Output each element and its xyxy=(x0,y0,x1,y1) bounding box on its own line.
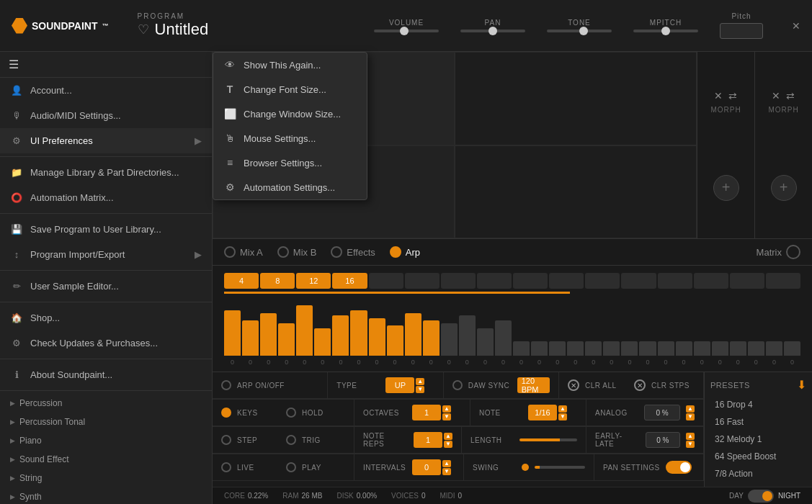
octaves-up[interactable]: ▲ xyxy=(442,405,451,413)
octaves-down[interactable]: ▼ xyxy=(442,413,451,420)
swing-slider[interactable] xyxy=(535,466,585,469)
step-label-inactive-3[interactable] xyxy=(441,273,476,289)
arp-bar-3[interactable] xyxy=(260,313,277,356)
arp-bar-17[interactable] xyxy=(513,341,530,356)
sidebar-item-ui-preferences[interactable]: ⚙ UI Preferences ▶ xyxy=(0,128,212,153)
pan-settings-toggle[interactable] xyxy=(666,461,692,474)
arp-bar-11[interactable] xyxy=(405,313,421,356)
intervals-up[interactable]: ▲ xyxy=(442,460,451,467)
mpitch-slider[interactable] xyxy=(633,30,698,32)
arp-bar-23[interactable] xyxy=(621,341,638,356)
early-late-up[interactable]: ▲ xyxy=(686,433,695,440)
step-label-4[interactable]: 4 xyxy=(224,273,259,289)
length-slider[interactable] xyxy=(519,438,577,441)
preset-32-melody-1[interactable]: 32 Melody 1 xyxy=(710,432,806,446)
intervals-down[interactable]: ▼ xyxy=(442,468,451,475)
step-label-inactive-6[interactable] xyxy=(549,273,584,289)
step-label-inactive-5[interactable] xyxy=(513,273,548,289)
arp-bar-19[interactable] xyxy=(549,341,566,356)
ctx-change-window-size[interactable]: ⬜ Change Window Size... xyxy=(213,102,367,126)
sidebar-cat-sound-effect[interactable]: ▶ Sound Effect xyxy=(0,450,212,469)
close-button[interactable]: ✕ xyxy=(792,20,800,32)
step-label-inactive-12[interactable] xyxy=(766,273,800,289)
sidebar-item-check-updates[interactable]: ⚙ Check Updates & Purchases... xyxy=(0,330,212,356)
arp-bar-5[interactable] xyxy=(296,305,313,356)
note-down[interactable]: ▼ xyxy=(558,413,567,420)
arp-bar-26[interactable] xyxy=(676,341,692,356)
sidebar-cat-synth[interactable]: ▶ Synth xyxy=(0,487,212,504)
keys-radio[interactable] xyxy=(221,408,231,418)
step-radio[interactable] xyxy=(221,435,231,445)
ctx-mouse-settings[interactable]: 🖱 Mouse Settings... xyxy=(213,126,367,150)
step-label-inactive-1[interactable] xyxy=(369,273,403,289)
analog-up[interactable]: ▲ xyxy=(686,405,695,413)
tone-slider[interactable] xyxy=(547,30,612,32)
preset-download-icon[interactable]: ⬇ xyxy=(797,378,806,392)
ctx-automation-settings[interactable]: ⚙ Automation Settings... xyxy=(213,175,367,199)
step-label-inactive-7[interactable] xyxy=(585,273,620,289)
preset-64-speed-boost[interactable]: 64 Speed Boost xyxy=(710,449,806,464)
step-label-16[interactable]: 16 xyxy=(332,273,367,289)
arp-bar-7[interactable] xyxy=(332,315,349,356)
note-reps-down[interactable]: ▼ xyxy=(444,441,452,448)
pan-slider[interactable] xyxy=(460,30,525,32)
analog-down[interactable]: ▼ xyxy=(686,413,695,420)
arp-bar-14[interactable] xyxy=(459,315,476,356)
ctx-browser-settings[interactable]: ≡ Browser Settings... xyxy=(213,150,367,175)
step-label-inactive-11[interactable] xyxy=(730,273,764,289)
arp-bar-1[interactable] xyxy=(224,310,241,356)
sidebar-item-automation-matrix[interactable]: ⭕ Automation Matrix... xyxy=(0,185,212,210)
arp-bar-24[interactable] xyxy=(639,341,656,356)
play-radio[interactable] xyxy=(286,462,296,472)
bpm-box[interactable]: 120 BPM xyxy=(517,377,550,393)
arp-bar-22[interactable] xyxy=(603,341,620,356)
arp-bar-18[interactable] xyxy=(531,341,548,356)
hamburger-icon[interactable]: ☰ xyxy=(9,58,19,71)
sidebar-item-program-import[interactable]: ↕ Program Import/Export ▶ xyxy=(0,242,212,267)
preset-16-fast[interactable]: 16 Fast xyxy=(710,415,806,429)
tab-mix-a[interactable]: Mix A xyxy=(224,243,263,261)
arp-bar-28[interactable] xyxy=(712,341,728,356)
tab-matrix[interactable]: Matrix xyxy=(757,245,800,259)
early-late-value[interactable]: 0 % xyxy=(646,432,680,448)
pitch-input[interactable]: 0.00 xyxy=(720,23,763,39)
favorite-icon[interactable]: ♡ xyxy=(138,22,149,37)
step-label-inactive-2[interactable] xyxy=(405,273,440,289)
tab-arp[interactable]: Arp xyxy=(390,243,420,261)
arp-bar-6[interactable] xyxy=(314,328,331,356)
intervals-value[interactable]: 0 xyxy=(412,459,441,475)
arp-bar-16[interactable] xyxy=(495,320,512,356)
arp-bar-9[interactable] xyxy=(369,318,385,356)
sidebar-cat-string[interactable]: ▶ String xyxy=(0,469,212,487)
sidebar-item-audio-midi[interactable]: 🎙 Audio/MIDI Settings... xyxy=(0,103,212,128)
arp-bar-15[interactable] xyxy=(477,328,494,356)
arp-bar-4[interactable] xyxy=(278,323,295,356)
arp-bar-10[interactable] xyxy=(387,325,403,356)
type-value[interactable]: UP xyxy=(385,377,414,393)
note-reps-value[interactable]: 1 xyxy=(414,432,442,448)
arp-bar-32[interactable] xyxy=(784,341,800,356)
arp-bar-2[interactable] xyxy=(242,320,259,356)
octaves-value[interactable]: 1 xyxy=(412,405,441,420)
sidebar-cat-percussion[interactable]: ▶ Percussion xyxy=(0,394,212,413)
sidebar-item-account[interactable]: 👤 Account... xyxy=(0,78,212,103)
sidebar-cat-piano[interactable]: ▶ Piano xyxy=(0,431,212,450)
note-reps-up[interactable]: ▲ xyxy=(444,433,452,440)
step-label-inactive-8[interactable] xyxy=(621,273,656,289)
step-label-inactive-10[interactable] xyxy=(694,273,728,289)
day-night-switch[interactable] xyxy=(748,490,774,503)
ctx-change-font-size[interactable]: T Change Font Size... xyxy=(213,77,367,102)
volume-slider[interactable] xyxy=(374,30,439,32)
clr-all-label[interactable]: CLR ALL xyxy=(585,382,628,390)
arp-bar-27[interactable] xyxy=(694,341,710,356)
arp-bar-30[interactable] xyxy=(748,341,764,356)
sidebar-item-manage-library[interactable]: 📁 Manage Library & Part Directories... xyxy=(0,160,212,185)
arp-bar-13[interactable] xyxy=(441,323,458,356)
morph-add-btn-2[interactable]: + xyxy=(713,175,739,201)
sidebar-item-user-sample[interactable]: ✏ User Sample Editor... xyxy=(0,274,212,299)
step-label-inactive-9[interactable] xyxy=(658,273,692,289)
early-late-down[interactable]: ▼ xyxy=(686,441,695,448)
sidebar-cat-percussion-tonal[interactable]: ▶ Percussion Tonal xyxy=(0,413,212,431)
daw-sync-radio[interactable] xyxy=(452,380,463,390)
note-value[interactable]: 1/16 xyxy=(528,405,557,420)
